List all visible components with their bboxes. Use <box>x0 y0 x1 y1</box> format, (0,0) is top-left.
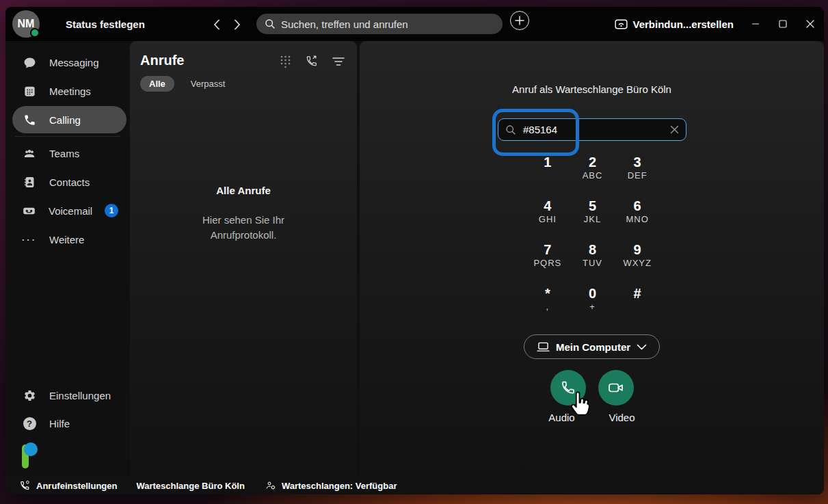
video-camera-icon <box>607 380 625 395</box>
sidebar-item-calling[interactable]: Calling <box>12 106 126 133</box>
filter-icon[interactable] <box>332 57 345 66</box>
calls-empty-state: Alle Anrufe Hier sehen Sie Ihr Anrufprot… <box>130 185 357 243</box>
empty-state-title: Alle Anrufe <box>130 185 357 196</box>
sidebar-label: Weitere <box>49 234 126 246</box>
video-label: Video <box>604 412 640 423</box>
close-button[interactable] <box>797 7 824 41</box>
new-call-icon[interactable] <box>305 55 319 68</box>
dialpad-key-3[interactable]: 3DEF <box>615 154 660 187</box>
calls-panel: Anrufe Alle Verpasst <box>130 41 357 477</box>
dial-panel-title: Anruf als Warteschlange Büro Köln <box>360 83 824 95</box>
phone-icon <box>560 380 576 396</box>
minimize-button[interactable] <box>742 7 769 41</box>
app-window: NM Status festlegen <box>5 7 824 494</box>
window-controls <box>742 7 824 41</box>
tab-missed[interactable]: Verpasst <box>191 79 226 89</box>
dialpad-key-8[interactable]: 8TUV <box>570 241 615 275</box>
sidebar-label: Voicemail <box>49 205 92 217</box>
audio-call-button[interactable] <box>550 370 586 406</box>
sidebar-item-voicemail[interactable]: Voicemail 1 <box>12 197 126 224</box>
clear-input-icon[interactable] <box>670 125 679 134</box>
plus-icon <box>515 16 524 25</box>
sidebar-label: Hilfe <box>49 418 126 429</box>
sidebar-label: Contacts <box>49 176 126 188</box>
dial-number-input[interactable] <box>523 124 670 135</box>
sidebar-label: Calling <box>49 114 126 126</box>
add-button[interactable] <box>510 11 529 30</box>
calendar-icon <box>22 85 37 98</box>
dialpad: 1 2ABC 3DEF 4GHI 5JKL 6MNO 7PQRS 8TUV 9W… <box>525 154 660 319</box>
dialpad-key-9[interactable]: 9WXYZ <box>615 241 660 275</box>
call-settings-label: Anrufeinstellungen <box>36 481 117 491</box>
call-buttons <box>360 370 824 406</box>
sidebar-item-messaging[interactable]: Messaging <box>12 49 126 76</box>
connect-to-device-button[interactable]: Verbindun...erstellen <box>615 7 734 41</box>
video-call-button[interactable] <box>598 370 634 406</box>
search-icon <box>505 124 516 135</box>
laptop-icon <box>537 342 550 352</box>
audio-label: Audio <box>544 412 580 423</box>
set-status-button[interactable]: Status festlegen <box>66 7 145 41</box>
sidebar-item-contacts[interactable]: Contacts <box>12 168 126 196</box>
call-settings-button[interactable]: Anrufeinstellungen <box>19 480 117 492</box>
queue-status-icon <box>265 480 276 491</box>
logo-bowl <box>24 442 38 456</box>
teams-people-icon <box>22 147 37 160</box>
queue-status-label: Warteschlangen: Verfügbar <box>282 481 397 491</box>
sidebar-item-meetings[interactable]: Meetings <box>12 77 126 105</box>
sidebar-item-help[interactable]: ? Hilfe <box>12 410 126 437</box>
device-selector-label: Mein Computer <box>556 341 630 353</box>
dial-number-field[interactable] <box>498 118 686 141</box>
sidebar-label: Teams <box>49 148 126 159</box>
dialpad-icon[interactable] <box>280 55 291 68</box>
chevron-right-icon <box>234 19 241 30</box>
connect-label: Verbindun...erstellen <box>632 18 734 30</box>
calls-tabs: Alle Verpasst <box>140 76 225 92</box>
sidebar-label: Messaging <box>49 57 126 68</box>
phone-icon <box>22 114 37 127</box>
maximize-button[interactable] <box>769 7 797 41</box>
dialpad-key-hash[interactable]: # <box>615 285 660 319</box>
forward-button[interactable] <box>228 16 246 34</box>
ellipsis-icon: ··· <box>22 235 37 245</box>
queue-name-button[interactable]: Warteschlange Büro Köln <box>136 481 244 491</box>
voicemail-badge: 1 <box>105 204 118 217</box>
device-selector-row: Mein Computer <box>360 334 824 359</box>
dialpad-key-2[interactable]: 2ABC <box>570 154 615 187</box>
chevron-down-icon <box>637 344 647 350</box>
statusbar: Anrufeinstellungen Warteschlange Büro Kö… <box>5 477 824 494</box>
connect-device-icon <box>615 18 628 30</box>
dialpad-key-0[interactable]: 0+ <box>570 285 615 319</box>
queue-name-label: Warteschlange Büro Köln <box>136 481 244 491</box>
presence-dot <box>30 28 40 38</box>
sidebar-divider <box>15 136 120 137</box>
sidebar-footer: Einstellungen ? Hilfe <box>5 381 130 473</box>
peoplefone-logo <box>22 442 49 470</box>
app-main: Messaging Meetings Calling <box>5 41 824 477</box>
dialpad-key-1[interactable]: 1 <box>525 154 570 187</box>
global-search[interactable] <box>256 14 503 34</box>
search-input[interactable] <box>281 18 494 30</box>
help-icon: ? <box>22 417 37 430</box>
dialpad-key-5[interactable]: 5JKL <box>570 198 615 231</box>
sidebar-item-teams[interactable]: Teams <box>12 140 126 167</box>
phone-settings-icon <box>19 480 31 492</box>
sidebar-item-more[interactable]: ··· Weitere <box>12 226 126 253</box>
gear-icon <box>22 389 37 402</box>
dialpad-key-4[interactable]: 4GHI <box>525 198 570 231</box>
sidebar-item-settings[interactable]: Einstellungen <box>12 382 126 409</box>
device-selector[interactable]: Mein Computer <box>524 334 660 359</box>
chat-bubble-icon <box>22 56 37 69</box>
queue-status-button[interactable]: Warteschlangen: Verfügbar <box>265 480 397 491</box>
tab-all[interactable]: Alle <box>140 76 174 92</box>
sidebar-label: Meetings <box>49 85 126 97</box>
dialpad-key-star[interactable]: *, <box>525 285 570 319</box>
dialpad-key-6[interactable]: 6MNO <box>615 198 660 231</box>
sidebar: Messaging Meetings Calling <box>5 41 130 477</box>
empty-state-text: Hier sehen Sie Ihr <box>130 213 357 228</box>
calls-panel-title: Anrufe <box>140 53 184 68</box>
sidebar-label: Einstellungen <box>49 390 126 401</box>
chevron-left-icon <box>213 19 220 30</box>
back-button[interactable] <box>208 16 226 34</box>
dialpad-key-7[interactable]: 7PQRS <box>525 241 570 275</box>
